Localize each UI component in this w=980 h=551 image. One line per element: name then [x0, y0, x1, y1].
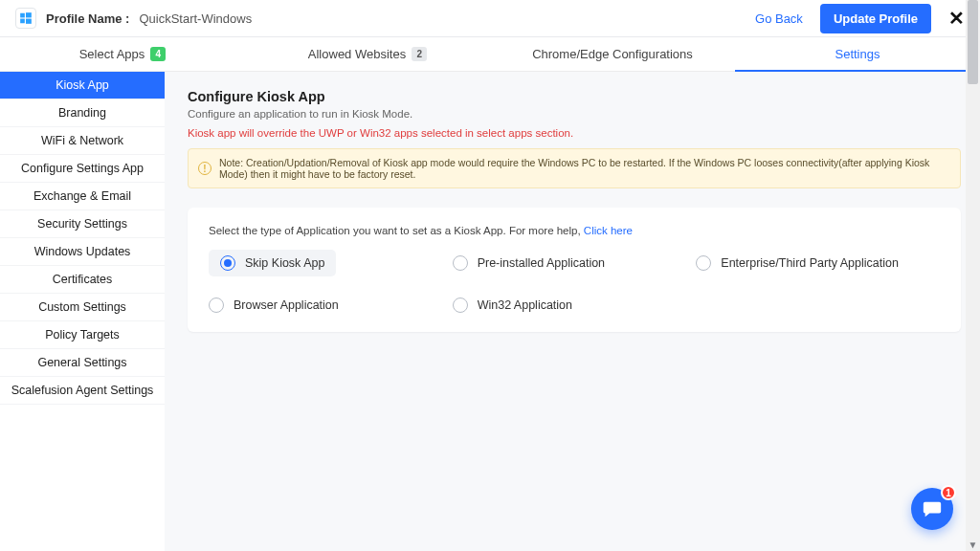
sidebar-item-security-settings[interactable]: Security Settings [0, 210, 165, 238]
radio-label: Skip Kiosk App [245, 256, 324, 270]
os-windows-icon [15, 8, 36, 29]
scrollbar-thumb[interactable] [968, 0, 978, 84]
svg-rect-2 [20, 19, 25, 24]
body: Kiosk AppBrandingWiFi & NetworkConfigure… [0, 72, 980, 551]
radio-icon [453, 298, 468, 313]
radio-icon [220, 255, 235, 271]
sidebar-item-kiosk-app[interactable]: Kiosk App [0, 72, 165, 99]
profile-name-value: QuickStart-Windows [139, 11, 252, 26]
radio-pre-installed-application[interactable]: Pre-installed Application [453, 250, 697, 276]
radio-icon [209, 298, 224, 313]
radio-label: Pre-installed Application [478, 256, 605, 270]
radio-label: Browser Application [234, 298, 339, 312]
radio-skip-kiosk-app[interactable]: Skip Kiosk App [209, 250, 336, 276]
sidebar-item-configure-settings-app[interactable]: Configure Settings App [0, 155, 165, 183]
radio-label: Enterprise/Third Party Application [721, 256, 899, 270]
sidebar: Kiosk AppBrandingWiFi & NetworkConfigure… [0, 72, 165, 551]
sidebar-item-branding[interactable]: Branding [0, 99, 165, 127]
sidebar-item-scalefusion-agent-settings[interactable]: Scalefusion Agent Settings [0, 377, 165, 405]
radio-browser-application[interactable]: Browser Application [209, 296, 453, 315]
chat-button[interactable]: 1 [911, 488, 953, 530]
close-icon[interactable]: ✕ [948, 7, 965, 30]
help-line: Select the type of Application you want … [209, 225, 940, 236]
sidebar-item-exchange-email[interactable]: Exchange & Email [0, 183, 165, 210]
tab-count-badge: 2 [412, 47, 427, 61]
tab-select-apps[interactable]: Select Apps4 [0, 37, 245, 71]
svg-rect-3 [26, 19, 32, 24]
sidebar-item-windows-updates[interactable]: Windows Updates [0, 238, 165, 266]
chat-badge: 1 [941, 485, 956, 500]
scroll-down-arrow[interactable]: ▼ [966, 538, 980, 551]
sidebar-item-policy-targets[interactable]: Policy Targets [0, 321, 165, 349]
radio-enterprise-third-party-application[interactable]: Enterprise/Third Party Application [696, 250, 940, 276]
radio-label: Win32 Application [478, 298, 572, 312]
update-profile-button[interactable]: Update Profile [820, 4, 931, 33]
sidebar-item-general-settings[interactable]: General Settings [0, 349, 165, 377]
scrollbar[interactable]: ▲ ▼ [966, 0, 980, 551]
tab-allowed-websites[interactable]: Allowed Websites2 [245, 37, 490, 71]
sidebar-item-custom-settings[interactable]: Custom Settings [0, 294, 165, 321]
tab-settings[interactable]: Settings [735, 37, 980, 71]
profile-name-label: Profile Name : [46, 11, 129, 26]
radio-win32-application[interactable]: Win32 Application [453, 296, 697, 315]
help-text: Select the type of Application you want … [209, 225, 584, 236]
kiosk-options-card: Select the type of Application you want … [188, 208, 961, 332]
tab-bar: Select Apps4Allowed Websites2Chrome/Edge… [0, 37, 980, 72]
sidebar-item-wifi-network[interactable]: WiFi & Network [0, 127, 165, 155]
info-icon: ! [198, 162, 212, 175]
radio-group: Skip Kiosk AppPre-installed ApplicationE… [209, 250, 940, 315]
main-content: Configure Kiosk App Configure an applica… [165, 72, 980, 551]
tab-chrome-edge-configurations[interactable]: Chrome/Edge Configurations [490, 37, 735, 71]
header-bar: Profile Name : QuickStart-Windows Go Bac… [0, 0, 980, 36]
help-link[interactable]: Click here [584, 225, 633, 236]
radio-icon [696, 255, 711, 271]
svg-rect-1 [26, 12, 32, 17]
note-banner: ! Note: Creation/Updation/Removal of Kio… [188, 148, 961, 188]
sidebar-item-certificates[interactable]: Certificates [0, 266, 165, 294]
note-text: Note: Creation/Updation/Removal of Kiosk… [219, 157, 950, 180]
svg-rect-0 [20, 13, 25, 18]
tab-count-badge: 4 [150, 47, 166, 61]
page-title: Configure Kiosk App [188, 89, 961, 104]
override-warning: Kiosk app will override the UWP or Win32… [188, 127, 961, 139]
go-back-link[interactable]: Go Back [755, 11, 803, 26]
page-subtitle: Configure an application to run in Kiosk… [188, 108, 961, 120]
radio-icon [453, 255, 468, 271]
